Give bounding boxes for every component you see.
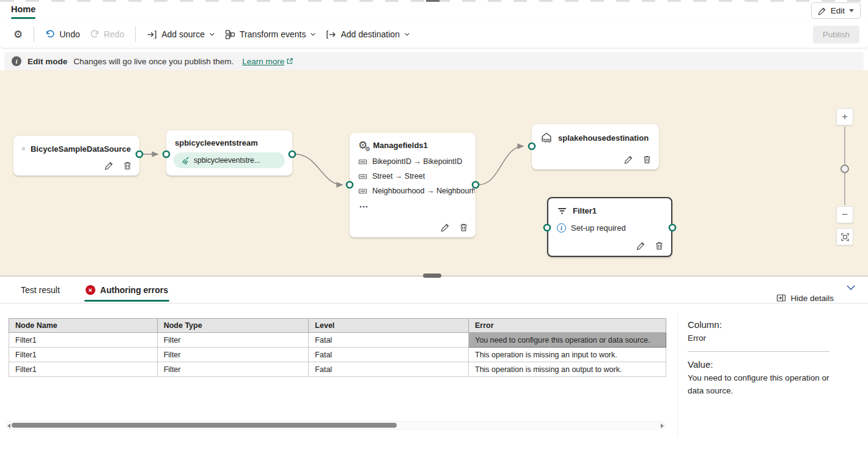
add-source-button[interactable]: Add source [142,26,220,43]
learn-more-label: Learn more [242,57,284,66]
delete-node-button[interactable] [655,241,664,250]
edit-mode-button[interactable]: Edit [811,2,861,19]
cell-error-selected[interactable]: You need to configure this operation or … [469,333,666,348]
edit-button-label: Edit [831,6,845,15]
transform-events-button[interactable]: Transform events [220,26,321,43]
redo-icon [90,29,100,39]
trash-icon [459,223,468,232]
field-mapping-label: Neighbourhood → Neighbourhood [372,187,475,195]
details-column-label: Column: [688,319,829,330]
column-header-node-type[interactable]: Node Type [157,319,309,333]
panel-resize-handle[interactable] [423,274,441,278]
node-spbicycleeventstream[interactable]: spbicycleeventstream spbicycleeventstre.… [166,130,292,176]
node-splakehousedestination[interactable]: splakehousedestination [532,124,659,169]
details-column-value: Error [688,332,829,345]
tab-home[interactable]: Home [11,4,35,18]
zoom-out-button[interactable]: − [836,206,853,223]
tab-authoring-errors[interactable]: × Authoring errors [84,285,169,303]
node-managefields1[interactable]: ⚙⚙ Managefields1 BikepointID → Bikepoint… [350,133,476,237]
delete-node-button[interactable] [642,155,652,164]
stream-pill-label: spbicycleeventstre... [194,156,260,165]
sample-data-icon [22,143,25,154]
cell-level[interactable]: Fatal [309,362,469,377]
external-link-icon [286,58,293,65]
active-tab-underline [11,17,35,19]
table-row[interactable]: Filter1 Filter Fatal This operation is m… [9,362,666,377]
pencil-icon [624,155,633,164]
gear-icon: ⚙ [13,29,23,40]
filter-icon [557,206,567,216]
fit-to-screen-button[interactable] [836,228,853,245]
edit-node-button[interactable] [441,223,450,232]
panel-resize-divider[interactable] [0,275,868,277]
error-details-pane: Column: Error Value: You need to configu… [688,319,829,398]
toolbar-separator [135,26,136,42]
node-filter1-selected[interactable]: Filter1 i Set-up required [547,197,672,257]
column-header-level[interactable]: Level [309,319,469,333]
tab-home-label: Home [11,4,35,14]
node-bicycle-sample-data-source[interactable]: BicycleSampleDataSource [13,136,139,176]
undo-button[interactable]: Undo [40,26,84,43]
horizontal-scrollbar[interactable] [6,421,665,430]
pencil-icon [105,161,114,170]
redo-button[interactable]: Redo [85,26,129,43]
zoom-slider-track[interactable] [844,127,845,205]
cell-node-name[interactable]: Filter1 [9,348,158,362]
cell-node-type[interactable]: Filter [157,362,309,377]
manage-fields-icon: ⚙⚙ [358,140,367,151]
cell-node-type[interactable]: Filter [157,333,309,348]
caret-down-icon [849,9,854,12]
setup-required-status: i Set-up required [548,216,671,233]
cell-level[interactable]: Fatal [309,333,469,348]
ribbon-tab-bar: Home Edit [0,0,868,21]
tab-test-result[interactable]: Test result [20,285,61,303]
settings-button[interactable]: ⚙ [9,26,28,43]
info-icon: i [12,56,21,66]
table-row[interactable]: Filter1 Filter Fatal This operation is m… [9,348,666,362]
scroll-right-arrow[interactable] [661,423,664,428]
node-title: BicycleSampleDataSource [31,144,131,154]
details-separator [688,351,829,352]
scrollbar-thumb[interactable] [12,423,397,428]
column-header-node-name[interactable]: Node Name [9,319,158,333]
cell-node-name[interactable]: Filter1 [9,362,158,377]
more-fields-ellipsis[interactable]: ... [350,198,476,209]
learn-more-link[interactable]: Learn more [242,57,293,66]
transform-events-label: Transform events [240,29,306,39]
pencil-icon [818,7,826,15]
column-header-error[interactable]: Error [469,319,666,333]
edit-node-button[interactable] [636,241,645,250]
details-value-text: You need to configure this operation or … [688,372,829,398]
cell-node-type[interactable]: Filter [157,348,309,362]
delete-node-button[interactable] [123,161,132,170]
edge-stream-to-managefields [295,154,342,185]
results-panel: Test result × Authoring errors Hide deta… [0,277,868,454]
cell-node-name[interactable]: Filter1 [9,333,158,348]
cell-level[interactable]: Fatal [309,348,469,362]
hide-details-button[interactable]: Hide details [776,293,834,303]
cell-error[interactable]: This operation is missing an output to w… [469,362,666,377]
add-destination-label: Add destination [340,29,400,39]
chevron-down-icon [209,31,215,37]
zoom-slider-handle[interactable] [840,165,849,173]
eventstream-canvas[interactable]: BicycleSampleDataSource spbicycleeventst… [0,70,868,275]
panel-tab-bar: Test result × Authoring errors Hide deta… [0,277,868,303]
field-mapping-label: BikepointID → BikepointID [372,157,475,166]
collapse-panel-chevron-icon[interactable] [845,283,857,292]
delete-node-button[interactable] [459,223,468,232]
publish-button[interactable]: Publish [813,26,859,43]
edit-node-button[interactable] [105,161,114,170]
edit-node-button[interactable] [624,155,633,164]
window-drag-notch [426,0,440,2]
field-icon [358,187,367,196]
add-destination-icon [326,29,336,40]
stream-pill[interactable]: spbicycleeventstre... [174,152,285,168]
add-destination-button[interactable]: Add destination [321,26,415,43]
table-row[interactable]: Filter1 Filter Fatal You need to configu… [9,333,666,348]
pencil-icon [441,223,450,232]
scroll-left-arrow[interactable] [7,423,10,428]
zoom-in-button[interactable]: + [836,108,853,125]
trash-icon [123,161,132,170]
cell-error[interactable]: This operation is missing an input to wo… [469,348,666,362]
trash-icon [655,241,664,250]
